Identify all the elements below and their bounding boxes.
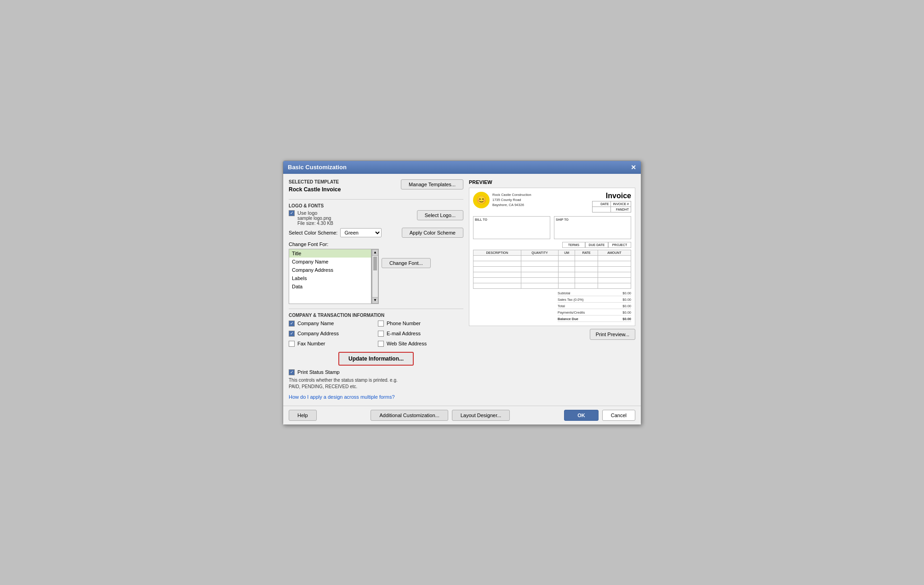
use-logo-checkbox[interactable] xyxy=(289,210,295,216)
left-panel: SELECTED TEMPLATE Rock Castle Invoice Ma… xyxy=(289,179,463,400)
additional-customization-button[interactable]: Additional Customization... xyxy=(371,410,448,421)
subtotal-label: Subtotal xyxy=(558,291,570,295)
scroll-track xyxy=(372,256,378,297)
preview-header: 😊 Rock Castle Construction 1735 County R… xyxy=(473,192,631,212)
layout-designer-button[interactable]: Layout Designer... xyxy=(452,410,510,421)
preview-invoice-title: Invoice xyxy=(592,192,631,200)
line-row-1 xyxy=(473,255,631,261)
fax-label: Fax Number xyxy=(297,341,325,346)
preview-label: PREVIEW xyxy=(469,179,635,185)
template-name: Rock Castle Invoice xyxy=(289,186,341,193)
logo-fonts-section: LOGO & FONTS Use logo sample logo.png Fi… xyxy=(289,199,463,304)
select-logo-button[interactable]: Select Logo... xyxy=(417,210,463,220)
company-info-label: COMPANY & TRANSACTION INFORMATION xyxy=(289,313,463,318)
color-scheme-label: Select Color Scheme: xyxy=(289,230,337,235)
dialog-title-bar: Basic Customization ✕ xyxy=(283,161,641,174)
font-list-wrapper: Title Company Name Company Address Label… xyxy=(289,249,379,304)
payments-label: Payments/Credits xyxy=(558,310,585,315)
scroll-thumb xyxy=(373,257,377,270)
preview-totals: Subtotal $0.00 Sales Tax (0.0%) $0.00 To… xyxy=(473,291,631,322)
preview-invoice-header: Invoice DATE INVOICE # FANDHT xyxy=(592,192,631,212)
font-item-title[interactable]: Title xyxy=(289,249,371,258)
help-button[interactable]: Help xyxy=(289,410,317,421)
dialog-body: SELECTED TEMPLATE Rock Castle Invoice Ma… xyxy=(283,174,641,406)
line-row-5 xyxy=(473,277,631,283)
preview-line-table: DESCRIPTION QUANTITY UM RATE AMOUNT xyxy=(473,250,631,289)
preview-address2: Bayshore, CA 94326 xyxy=(492,202,531,207)
bill-to-box: BILL TO xyxy=(473,216,550,239)
ok-button[interactable]: OK xyxy=(564,410,599,421)
due-date-cell: DUE DATE xyxy=(585,242,608,248)
logo-fonts-label: LOGO & FONTS xyxy=(289,203,463,208)
font-item-company-name[interactable]: Company Name xyxy=(289,258,371,266)
preview-company-info: Rock Castle Construction 1735 County Roa… xyxy=(492,192,531,208)
sales-tax-value: $0.00 xyxy=(622,298,631,302)
ship-to-label: SHIP TO xyxy=(556,218,629,221)
logo-filesize: File size: 4.30 KB xyxy=(297,221,333,226)
website-checkbox[interactable] xyxy=(378,341,384,347)
email-address-row: E-mail Address xyxy=(378,331,463,337)
total-label: Total xyxy=(558,304,565,308)
scroll-up-arrow[interactable]: ▲ xyxy=(372,249,378,256)
font-item-data[interactable]: Data xyxy=(289,282,371,291)
website-label: Web Site Address xyxy=(387,341,427,346)
company-address-label: Company Address xyxy=(297,331,339,336)
font-list[interactable]: Title Company Name Company Address Label… xyxy=(289,249,371,304)
payments-value: $0.00 xyxy=(622,310,631,315)
company-checkboxes-grid: Company Name Phone Number Company Addres… xyxy=(289,321,463,349)
print-status-checkbox[interactable] xyxy=(289,369,295,375)
color-scheme-select[interactable]: Green Blue Red Black xyxy=(340,228,382,237)
status-description: This controls whether the status stamp i… xyxy=(289,377,463,390)
line-row-2 xyxy=(473,261,631,266)
preview-meta-table: DATE INVOICE # FANDHT xyxy=(592,201,631,212)
fax-checkbox[interactable] xyxy=(289,341,295,347)
selected-template-section: SELECTED TEMPLATE Rock Castle Invoice Ma… xyxy=(289,179,463,196)
company-name-checkbox[interactable] xyxy=(289,321,295,327)
help-link[interactable]: How do I apply a design across multiple … xyxy=(289,394,395,400)
fandht-label: FANDHT xyxy=(611,206,631,212)
right-panel: PREVIEW 😊 Rock Castle Construction 1735 … xyxy=(469,179,635,400)
change-font-button[interactable]: Change Font... xyxy=(382,258,431,268)
sales-tax-row: Sales Tax (0.0%) $0.00 xyxy=(558,297,631,303)
font-item-company-address[interactable]: Company Address xyxy=(289,266,371,274)
manage-templates-button[interactable]: Manage Templates... xyxy=(401,179,463,189)
phone-number-row: Phone Number xyxy=(378,321,463,327)
phone-number-checkbox[interactable] xyxy=(378,321,384,327)
print-preview-button[interactable]: Print Preview... xyxy=(590,329,635,340)
preview-logo: 😊 xyxy=(473,192,490,208)
company-name-row: Company Name xyxy=(289,321,374,327)
selected-template-label: SELECTED TEMPLATE xyxy=(289,179,341,184)
footer-right: OK Cancel xyxy=(564,410,635,421)
scroll-down-arrow[interactable]: ▼ xyxy=(372,297,378,304)
website-row: Web Site Address xyxy=(378,341,463,347)
total-row: Total $0.00 xyxy=(558,304,631,309)
preview-terms-row: TERMS DUE DATE PROJECT xyxy=(473,242,631,248)
font-change-area: Title Company Name Company Address Label… xyxy=(289,249,463,304)
payments-row: Payments/Credits $0.00 xyxy=(558,310,631,315)
color-scheme-row: Select Color Scheme: Green Blue Red Blac… xyxy=(289,228,463,238)
project-cell: PROJECT xyxy=(608,242,631,248)
logo-filename: sample logo.png xyxy=(297,216,333,221)
logo-row: Use logo sample logo.png File size: 4.30… xyxy=(289,210,463,226)
cancel-button[interactable]: Cancel xyxy=(602,410,635,421)
bill-to-label: BILL TO xyxy=(475,218,548,221)
col-quantity: QUANTITY xyxy=(521,250,558,255)
line-row-3 xyxy=(473,266,631,272)
footer-left: Help xyxy=(289,410,317,421)
fax-number-row: Fax Number xyxy=(289,341,374,347)
preview-company-name: Rock Castle Construction xyxy=(492,192,531,197)
email-checkbox[interactable] xyxy=(378,331,384,337)
font-item-labels[interactable]: Labels xyxy=(289,274,371,282)
col-amount: AMOUNT xyxy=(598,250,631,255)
terms-cell: TERMS xyxy=(562,242,585,248)
company-address-checkbox[interactable] xyxy=(289,331,295,337)
apply-color-button[interactable]: Apply Color Scheme xyxy=(402,228,463,238)
preview-logo-area: 😊 Rock Castle Construction 1735 County R… xyxy=(473,192,531,208)
close-icon[interactable]: ✕ xyxy=(631,164,636,171)
preview-address1: 1735 County Road xyxy=(492,197,531,202)
font-list-scrollbar[interactable]: ▲ ▼ xyxy=(371,249,379,304)
use-logo-label: Use logo xyxy=(297,210,333,216)
ship-to-box: SHIP TO xyxy=(554,216,631,239)
invoice-num-label: INVOICE # xyxy=(611,201,631,206)
update-information-button[interactable]: Update Information... xyxy=(338,352,414,366)
